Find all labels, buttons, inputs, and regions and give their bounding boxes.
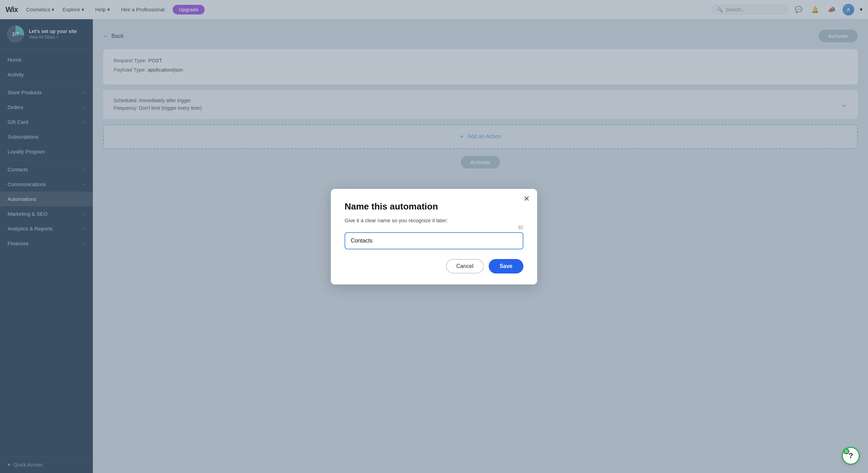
modal-close-button[interactable]: ✕ xyxy=(523,195,530,203)
modal-subtitle: Give it a clear name so you recognize it… xyxy=(345,217,523,223)
modal-actions: Cancel Save xyxy=(345,259,523,273)
save-button[interactable]: Save xyxy=(489,259,523,273)
help-badge: G xyxy=(843,448,849,454)
modal-overlay: ✕ Name this automation Give it a clear n… xyxy=(0,0,868,473)
char-count: 92 xyxy=(345,225,523,230)
cancel-button[interactable]: Cancel xyxy=(446,259,484,273)
automation-name-input[interactable] xyxy=(345,232,523,249)
modal-title: Name this automation xyxy=(345,201,523,212)
name-automation-modal: ✕ Name this automation Give it a clear n… xyxy=(331,189,537,284)
